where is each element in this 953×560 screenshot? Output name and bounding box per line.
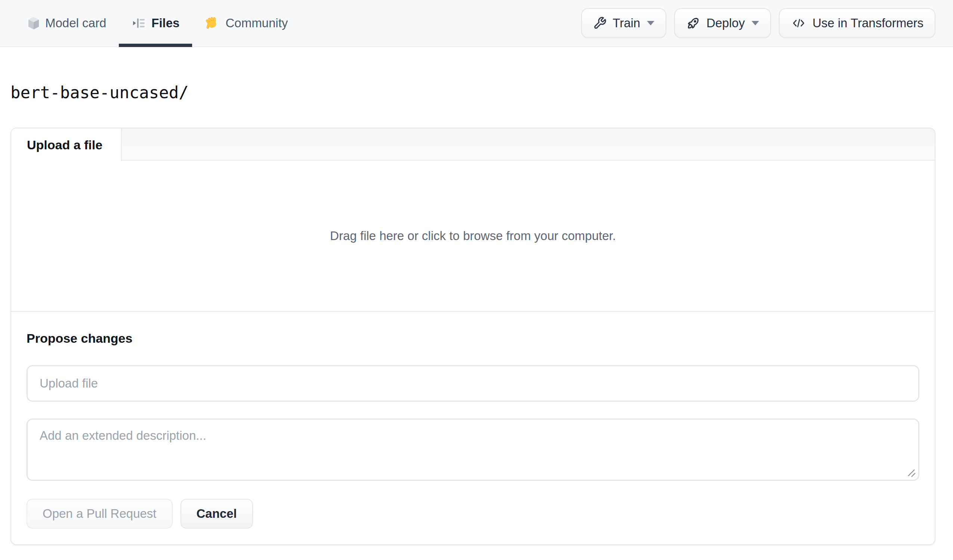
code-icon xyxy=(791,16,807,30)
propose-actions: Open a Pull Request Cancel xyxy=(26,499,919,529)
rocket-icon xyxy=(686,16,700,30)
tab-community-label: Community xyxy=(225,16,288,30)
files-versions-icon xyxy=(132,16,146,30)
deploy-button[interactable]: Deploy xyxy=(674,8,771,38)
deploy-button-label: Deploy xyxy=(706,16,745,30)
use-in-transformers-label: Use in Transformers xyxy=(812,16,924,30)
train-button-label: Train xyxy=(613,16,640,30)
repo-action-buttons: Train Deploy Use in Tr xyxy=(581,8,936,38)
upload-panel-tab-bar: Upload a file xyxy=(11,128,935,161)
cancel-button[interactable]: Cancel xyxy=(180,499,253,529)
upload-panel: Upload a file Drag file here or click to… xyxy=(11,128,936,545)
propose-changes-section: Propose changes Open a Pull Request Canc… xyxy=(11,312,935,545)
chevron-down-icon xyxy=(751,21,759,25)
description-field-wrap xyxy=(26,419,919,481)
propose-changes-heading: Propose changes xyxy=(26,331,919,346)
tab-upload-a-file-label: Upload a file xyxy=(27,138,102,152)
cube-icon xyxy=(28,16,40,30)
tab-model-card[interactable]: Model card xyxy=(15,0,119,46)
tab-files-label: Files xyxy=(151,16,179,30)
open-pull-request-button[interactable]: Open a Pull Request xyxy=(26,499,173,529)
file-dropzone[interactable]: Drag file here or click to browse from y… xyxy=(11,161,935,312)
tab-model-card-label: Model card xyxy=(45,16,106,30)
repo-tabs: Model card Files xyxy=(15,0,301,46)
tab-files[interactable]: Files xyxy=(119,0,192,46)
repo-tab-bar: Model card Files xyxy=(0,0,953,47)
train-button[interactable]: Train xyxy=(581,8,666,38)
tab-community[interactable]: Community xyxy=(192,0,301,46)
dropzone-hint: Drag file here or click to browse from y… xyxy=(330,229,616,243)
upload-file-input[interactable] xyxy=(26,365,919,402)
waving-hand-icon xyxy=(205,15,220,31)
use-in-transformers-button[interactable]: Use in Transformers xyxy=(779,8,936,38)
breadcrumb[interactable]: bert-base-uncased/ xyxy=(11,83,953,102)
chevron-down-icon xyxy=(647,21,654,25)
extended-description-textarea[interactable] xyxy=(26,419,919,481)
wrench-icon xyxy=(593,16,607,30)
tab-upload-a-file[interactable]: Upload a file xyxy=(11,128,122,161)
